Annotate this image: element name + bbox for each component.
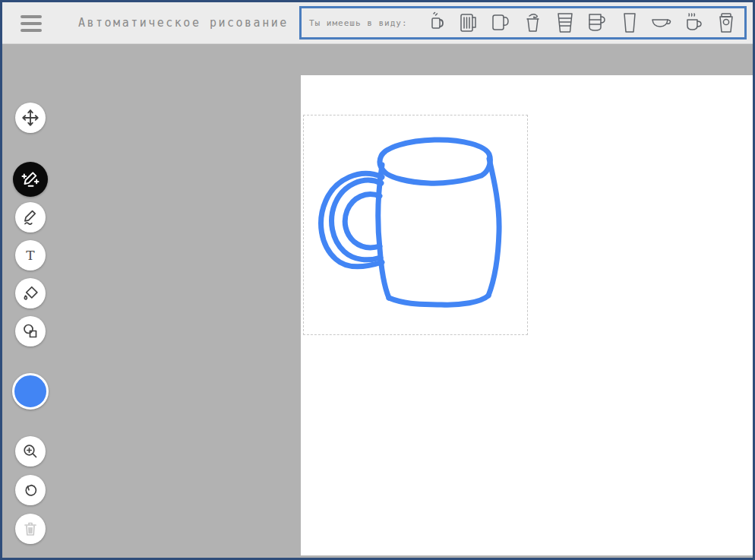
suggestion-icons <box>426 10 737 36</box>
undo-arrow-icon <box>21 481 39 499</box>
magic-pencil-icon <box>20 169 41 190</box>
page-title: Автоматическое рисование <box>78 2 289 44</box>
shape-tool[interactable] <box>15 316 46 346</box>
suggestion-beer-stein-icon[interactable] <box>458 10 479 36</box>
mug-drawing <box>301 75 755 555</box>
suggestion-mug-with-steam-icon[interactable] <box>426 10 447 36</box>
top-bar: Автоматическое рисование Ты имеешь в вид… <box>2 2 753 44</box>
paint-bucket-icon <box>21 284 39 302</box>
type-tool[interactable]: T <box>15 240 46 271</box>
zoom-tool[interactable] <box>15 436 46 467</box>
menu-button[interactable] <box>19 14 43 33</box>
suggestion-mug-icon[interactable] <box>490 10 511 36</box>
zoom-in-icon <box>21 442 39 460</box>
suggestion-stacked-cup-icon[interactable] <box>554 10 576 36</box>
suggestion-teacup-icon[interactable] <box>651 10 672 36</box>
fill-tool[interactable] <box>15 278 46 308</box>
pencil-icon <box>21 208 39 226</box>
auto-draw-tool[interactable] <box>13 162 48 197</box>
svg-text:T: T <box>26 248 35 263</box>
app-window: Автоматическое рисование Ты имеешь в вид… <box>0 0 755 560</box>
delete-button[interactable] <box>15 514 46 544</box>
undo-button[interactable] <box>15 475 46 505</box>
suggestion-takeaway-cup-with-steam-icon[interactable] <box>523 10 544 36</box>
select-move-tool[interactable] <box>15 103 46 133</box>
suggestion-espresso-cup-with-steam-icon[interactable] <box>684 10 705 36</box>
suggestion-takeaway-cup-with-logo-icon[interactable] <box>716 10 737 36</box>
text-icon: T <box>21 246 39 264</box>
move-arrows-icon <box>21 108 40 128</box>
draw-tool[interactable] <box>15 202 46 233</box>
hamburger-icon <box>21 15 42 18</box>
suggestion-label: Ты имеешь в виду: <box>309 18 408 28</box>
suggestion-tall-glass-icon[interactable] <box>619 10 640 36</box>
circle-square-icon <box>21 322 39 340</box>
workspace: T <box>2 44 753 558</box>
trash-icon <box>21 520 39 538</box>
color-swatch[interactable] <box>12 373 49 410</box>
suggestion-bar: Ты имеешь в виду: <box>299 6 747 40</box>
suggestion-striped-mug-icon[interactable] <box>586 10 608 36</box>
drawing-canvas[interactable] <box>301 75 753 555</box>
